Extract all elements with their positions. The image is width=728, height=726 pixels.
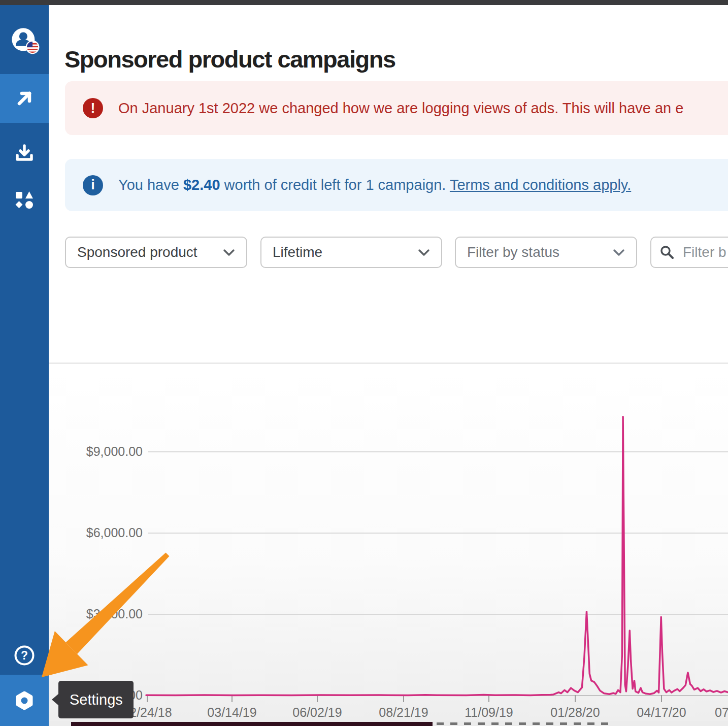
settings-icon: [12, 688, 37, 713]
sidebar-item-performance[interactable]: [0, 74, 49, 123]
credit-text-pre: You have: [118, 177, 183, 193]
settings-tooltip: Settings: [58, 681, 134, 718]
credit-text-mid: worth of credit left for 1 campaign.: [220, 177, 450, 193]
annotation-arrow: [28, 548, 175, 685]
svg-text:?: ?: [21, 649, 28, 662]
partial-text-fragments: [437, 722, 614, 725]
chevron-down-icon: [418, 249, 430, 256]
page-title: Sponsored product campaigns: [64, 45, 521, 74]
user-flag-icon: [9, 25, 40, 56]
shapes-icon: [13, 189, 36, 212]
warning-banner-text: On January 1st 2022 we changed how we ar…: [118, 100, 683, 117]
info-icon: i: [83, 175, 103, 195]
warning-banner: ! On January 1st 2022 we changed how we …: [65, 81, 728, 135]
chevron-down-icon: [613, 249, 625, 256]
alert-icon: !: [83, 98, 103, 118]
terms-link[interactable]: Terms and conditions apply.: [450, 177, 631, 193]
partial-dark-bar: [71, 722, 433, 726]
arrow-up-right-icon: [13, 87, 36, 110]
search-filter-box[interactable]: [650, 237, 728, 268]
sidebar-item-products[interactable]: [0, 179, 49, 222]
sidebar-item-account[interactable]: [0, 15, 49, 66]
credit-amount: $2.40: [183, 177, 220, 193]
tooltip-caret: [52, 694, 59, 706]
campaign-type-value: Sponsored product: [77, 244, 197, 260]
status-filter-placeholder: Filter by status: [467, 244, 559, 260]
date-range-dropdown[interactable]: Lifetime: [260, 237, 442, 268]
date-range-value: Lifetime: [273, 244, 322, 260]
settings-tooltip-label: Settings: [70, 691, 123, 708]
partial-content-below: [49, 721, 728, 726]
status-filter-dropdown[interactable]: Filter by status: [455, 237, 637, 268]
download-icon: [13, 142, 36, 164]
search-input[interactable]: [682, 244, 728, 261]
app-window: ? Sponsored product campaigns ! On Janua…: [0, 0, 728, 726]
search-icon: [659, 245, 675, 260]
campaign-type-dropdown[interactable]: Sponsored product: [65, 237, 247, 268]
credit-banner: i You have $2.40 worth of credit left fo…: [65, 159, 728, 211]
credit-banner-text: You have $2.40 worth of credit left for …: [118, 177, 631, 193]
chevron-down-icon: [223, 249, 235, 256]
browser-chrome-strip: [0, 0, 728, 5]
sidebar-item-downloads[interactable]: [0, 131, 49, 175]
